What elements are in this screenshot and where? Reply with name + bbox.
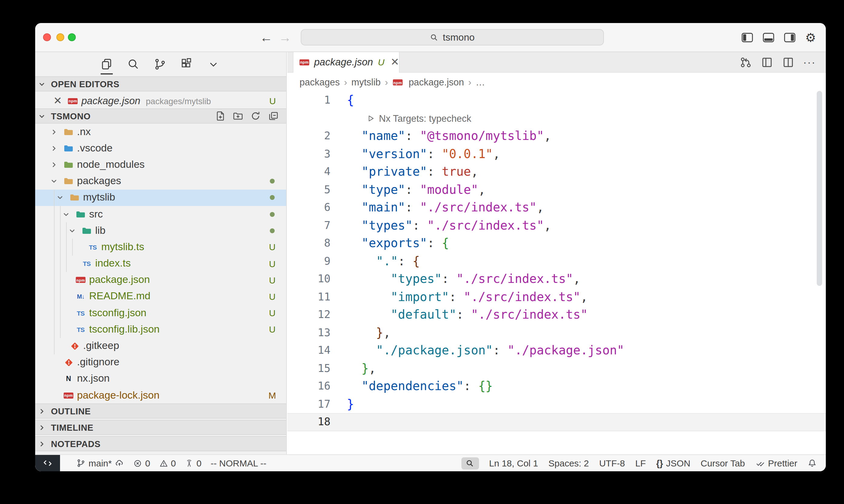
tree-item-lib[interactable]: lib	[35, 222, 286, 239]
navigate-forward-button[interactable]: →	[277, 30, 293, 46]
window-zoom-button[interactable]	[68, 33, 76, 41]
open-layout-icon[interactable]	[761, 56, 773, 68]
collapse-folders-icon[interactable]	[268, 111, 278, 122]
chevron-right-icon[interactable]	[50, 161, 58, 169]
source-control-view-icon[interactable]	[153, 57, 167, 71]
tree-item-packages[interactable]: packages	[35, 173, 286, 189]
tab-package-json[interactable]: npm package.json U ✕	[293, 52, 400, 72]
tree-item-package.json[interactable]: npmpackage.jsonU	[35, 272, 286, 288]
code-line-9[interactable]: 9 ".": {	[288, 252, 826, 270]
more-views-chevron-icon[interactable]	[206, 57, 221, 71]
tree-item-nx.json[interactable]: Nnx.json	[35, 371, 286, 387]
notifications[interactable]	[808, 458, 817, 468]
code-line-18[interactable]: 18	[288, 413, 826, 431]
tree-item-mytslib[interactable]: mytslib	[35, 190, 286, 206]
search-view-icon[interactable]	[126, 57, 141, 71]
cursor-tab[interactable]: Cursor Tab	[701, 458, 745, 468]
tree-item-index.ts[interactable]: TSindex.tsU	[35, 255, 286, 272]
tree-item-.nx[interactable]: .nx	[35, 124, 286, 140]
open-editors-header[interactable]: OPEN EDITORS	[35, 76, 286, 91]
section-header-outline[interactable]: OUTLINE	[35, 403, 286, 419]
toggle-primary-sidebar-icon[interactable]	[740, 31, 754, 44]
npm-icon: npm	[68, 96, 79, 106]
breadcrumb-item-package.json[interactable]: npmpackage.json	[392, 77, 464, 88]
code-line-13[interactable]: 13 },	[288, 324, 826, 342]
refresh-icon[interactable]	[250, 111, 261, 122]
code-line-4[interactable]: 4 "private": true,	[288, 163, 826, 181]
breadcrumb-item-packages[interactable]: packages	[299, 77, 340, 88]
code-line-10[interactable]: 10 "types": "./src/index.ts",	[288, 270, 826, 288]
code-line-17[interactable]: 17}	[288, 395, 826, 413]
toggle-panel-icon[interactable]	[761, 31, 775, 44]
window-minimize-button[interactable]	[56, 33, 64, 41]
code-line-12[interactable]: 12 "default": "./src/index.ts"	[288, 306, 826, 324]
chevron-right-icon[interactable]	[50, 127, 58, 136]
code-line-7[interactable]: 7 "types": "./src/index.ts",	[288, 217, 826, 234]
tree-item-.gitignore[interactable]: .gitignore	[35, 354, 286, 371]
tree-item-label: node_modules	[77, 159, 144, 171]
line-number: 17	[288, 395, 330, 413]
code-line-6[interactable]: 6 "main": "./src/index.ts",	[288, 199, 826, 217]
codelens-nx-targets[interactable]: Nx Targets: typecheck	[367, 109, 471, 127]
tree-item-.gitkeep[interactable]: .gitkeep	[35, 338, 286, 354]
cursor-position[interactable]: Ln 18, Col 1	[489, 458, 538, 468]
code-line-16[interactable]: 16 "dependencies": {}	[288, 377, 826, 395]
tree-item-tsconfig.json[interactable]: TStsconfig.jsonU	[35, 305, 286, 321]
open-editor-item[interactable]: ✕ npm package.json packages/mytslib U	[35, 93, 286, 109]
split-editor-icon[interactable]	[782, 56, 794, 68]
command-center-search[interactable]: tsmono	[301, 29, 604, 46]
chevron-down-icon[interactable]	[50, 177, 58, 185]
chevron-down-icon[interactable]	[68, 226, 76, 235]
code-line-8[interactable]: 8 "exports": {	[288, 234, 826, 252]
section-header-timeline[interactable]: TIMELINE	[35, 420, 286, 435]
code-line-15[interactable]: 15 },	[288, 360, 826, 377]
encoding[interactable]: UTF-8	[599, 458, 625, 468]
tree-item-mytslib.ts[interactable]: TSmytslib.tsU	[35, 239, 286, 255]
tree-item-src[interactable]: src	[35, 206, 286, 222]
chevron-down-icon[interactable]	[56, 194, 64, 202]
vim-mode[interactable]: -- NORMAL --	[211, 458, 266, 468]
explorer-section-header[interactable]: TSMONO	[35, 108, 286, 124]
tab-close-icon[interactable]: ✕	[391, 56, 399, 69]
line-number: 16	[288, 377, 330, 395]
chevron-down-icon[interactable]	[62, 210, 70, 218]
formatter[interactable]: Prettier	[755, 458, 797, 468]
chevron-right-icon[interactable]	[50, 144, 58, 152]
breadcrumb-item-mytslib[interactable]: mytslib	[351, 77, 380, 88]
problems-errors[interactable]: 0	[134, 458, 150, 468]
tree-item-tsconfig.lib.json[interactable]: TStsconfig.lib.jsonU	[35, 321, 286, 338]
tree-item-package-lock.json[interactable]: npmpackage-lock.jsonM	[35, 387, 286, 403]
git-branch[interactable]: main*	[76, 458, 125, 468]
breadcrumb-item-…[interactable]: …	[476, 77, 485, 88]
problems-warnings[interactable]: 0	[159, 458, 176, 468]
code-line-3[interactable]: 3 "version": "0.0.1",	[288, 145, 826, 163]
new-folder-icon[interactable]	[232, 111, 243, 122]
explorer-view-icon[interactable]	[100, 57, 114, 71]
close-editor-icon[interactable]: ✕	[53, 94, 62, 107]
navigate-back-button[interactable]: ←	[258, 30, 274, 46]
editor-scrollbar[interactable]	[817, 91, 822, 286]
code-line-5[interactable]: 5 "type": "module",	[288, 181, 826, 199]
tree-item-.vscode[interactable]: .vscode	[35, 140, 286, 156]
code-line-1[interactable]: 1{	[288, 91, 826, 109]
code-line-2[interactable]: 2 "name": "@tsmono/mytslib",	[288, 127, 826, 145]
toggle-secondary-sidebar-icon[interactable]	[783, 31, 796, 44]
indentation[interactable]: Spaces: 2	[548, 458, 589, 468]
extensions-view-icon[interactable]	[179, 57, 194, 71]
settings-gear-icon[interactable]: ⚙	[804, 31, 817, 44]
code-line-11[interactable]: 11 "import": "./src/index.ts",	[288, 288, 826, 306]
eol[interactable]: LF	[635, 458, 646, 468]
compare-changes-icon[interactable]	[740, 56, 752, 68]
remote-indicator[interactable]	[35, 455, 60, 471]
section-header-notepads[interactable]: NOTEPADS	[35, 436, 286, 451]
language-mode[interactable]: {}JSON	[656, 458, 690, 468]
tree-item-node_modules[interactable]: node_modules	[35, 157, 286, 173]
code-editor[interactable]: 1{Nx Targets: typecheck2 "name": "@tsmon…	[288, 91, 826, 454]
ports[interactable]: 0	[185, 458, 202, 468]
new-file-icon[interactable]	[214, 111, 226, 122]
editor-search-indicator[interactable]	[461, 457, 479, 469]
window-close-button[interactable]	[43, 33, 51, 41]
tree-item-README.md[interactable]: M↓README.mdU	[35, 288, 286, 305]
code-line-14[interactable]: 14 "./package.json": "./package.json"	[288, 342, 826, 360]
more-actions-icon[interactable]: ···	[803, 56, 815, 68]
